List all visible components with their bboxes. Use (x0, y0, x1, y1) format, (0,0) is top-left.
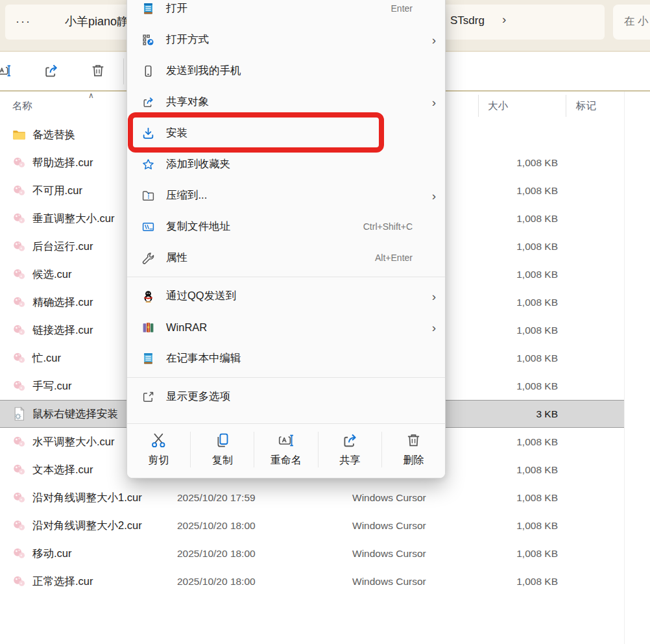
menu-item-shortcut: Alt+Enter (375, 253, 413, 263)
file-name: 正常选择.cur (32, 575, 177, 589)
menu-item-edit-in-notepad[interactable]: 在记事本中编辑 (127, 343, 445, 374)
menu-item-label: 压缩到... (166, 188, 413, 203)
file-size: 1,008 KB (469, 436, 558, 448)
menu-item-label: 添加到收藏夹 (166, 157, 413, 171)
quick-action-label: 重命名 (271, 454, 302, 467)
menu-item-share[interactable]: 共享对象› (127, 86, 445, 118)
menu-item-label: 复制文件地址 (166, 219, 363, 234)
file-row[interactable]: 沿对角线调整大小2.cur2025/10/20 18:00Windows Cur… (0, 512, 624, 539)
folder-icon (12, 127, 27, 142)
file-size: 1,008 KB (469, 548, 558, 560)
open-with-icon (141, 33, 155, 47)
star-icon (141, 158, 155, 171)
menu-item-send-to-phone[interactable]: 发送到我的手机 (127, 55, 445, 86)
search-input[interactable]: 在 小 (613, 5, 650, 40)
file-size: 1,008 KB (469, 353, 558, 364)
rename-icon (278, 432, 295, 449)
quick-action-copy[interactable]: 复制 (190, 432, 254, 467)
menu-item-label: 打开 (166, 1, 391, 16)
file-size: 1,008 KB (469, 464, 558, 476)
column-header-name[interactable]: 名称 (12, 99, 32, 113)
wrench-icon (141, 251, 155, 265)
phone-icon (141, 64, 155, 78)
chevron-right-icon: › (414, 34, 436, 46)
share-icon (341, 432, 359, 449)
notepad-icon (141, 2, 155, 16)
file-name: 移动.cur (32, 547, 177, 561)
menu-item-label: 发送到我的手机 (166, 64, 413, 78)
menu-item-winrar[interactable]: WinRAR› (127, 312, 445, 343)
file-size: 1,008 KB (469, 213, 558, 225)
menu-item-label: WinRAR (166, 321, 413, 334)
quick-action-label: 共享 (339, 454, 360, 467)
share-icon (141, 95, 155, 109)
cursor-file-icon (12, 546, 27, 561)
file-size: 1,008 KB (469, 297, 558, 308)
menu-item-copy-file-path[interactable]: 复制文件地址Ctrl+Shift+C (127, 211, 445, 242)
chevron-right-icon: › (414, 190, 436, 202)
menu-separator (127, 277, 445, 277)
inf-file-icon (12, 406, 27, 421)
quick-action-label: 复制 (212, 454, 233, 467)
delete-icon (405, 432, 422, 449)
column-header-size[interactable]: 大小 (488, 99, 508, 113)
column-header-tags[interactable]: 标记 (576, 99, 596, 113)
file-type: Windows Cursor (352, 548, 469, 560)
file-row[interactable]: 沿对角线调整大小1.cur2025/10/20 17:59Windows Cur… (0, 484, 624, 512)
menu-item-open[interactable]: 打开Enter (127, 0, 445, 24)
copy-path-icon (141, 220, 155, 234)
context-menu: 打开Enter打开方式›发送到我的手机共享对象›安装添加到收藏夹压缩到...›复… (126, 0, 446, 478)
rename-icon[interactable] (0, 62, 12, 79)
file-row[interactable]: 正常选择.cur2025/10/20 18:00Windows Cursor1,… (0, 567, 624, 595)
file-type: Windows Cursor (352, 576, 469, 588)
cursor-file-icon (12, 183, 27, 198)
menu-item-add-to-favorites[interactable]: 添加到收藏夹 (127, 149, 445, 180)
notepad-edit-icon (141, 352, 155, 365)
cursor-file-icon (12, 211, 27, 226)
file-size: 1,008 KB (469, 325, 558, 336)
menu-item-label: 通过QQ发送到 (166, 289, 413, 303)
sort-ascending-icon: ∧ (88, 91, 94, 100)
share-icon[interactable] (43, 62, 60, 79)
quick-action-label: 删除 (403, 454, 424, 467)
chevron-right-icon: › (414, 96, 436, 108)
file-size: 1,008 KB (469, 269, 558, 280)
menu-item-shortcut: Ctrl+Shift+C (363, 221, 413, 232)
menu-item-send-via-qq[interactable]: 通过QQ发送到› (127, 280, 445, 312)
breadcrumb-overflow-button[interactable]: ··· (16, 15, 31, 29)
file-row[interactable]: 移动.cur2025/10/20 18:00Windows Cursor1,00… (0, 539, 624, 567)
file-size: 1,008 KB (469, 576, 558, 588)
menu-item-install[interactable]: 安装 (127, 118, 445, 149)
file-type: Windows Cursor (352, 520, 469, 532)
menu-item-properties[interactable]: 属性Alt+Enter (127, 242, 445, 273)
file-date: 2025/10/20 18:00 (177, 576, 352, 588)
menu-item-label: 在记事本中编辑 (166, 351, 413, 365)
quick-action-rename[interactable]: 重命名 (254, 432, 317, 467)
menu-item-label: 安装 (166, 126, 413, 140)
quick-action-cut[interactable]: 剪切 (127, 432, 190, 467)
file-date: 2025/10/20 18:00 (177, 520, 352, 532)
breadcrumb-item-subfolder[interactable]: STsdrg (450, 14, 485, 27)
column-separator[interactable] (478, 95, 479, 117)
cursor-file-icon (12, 490, 27, 505)
context-menu-items: 打开Enter打开方式›发送到我的手机共享对象›安装添加到收藏夹压缩到...›复… (127, 0, 445, 412)
file-name: 沿对角线调整大小2.cur (32, 519, 177, 533)
menu-item-label: 显示更多选项 (166, 390, 413, 404)
cursor-file-icon (12, 518, 27, 533)
quick-action-share[interactable]: 共享 (318, 432, 381, 467)
file-size: 1,008 KB (469, 380, 558, 392)
chevron-right-icon: › (414, 321, 436, 334)
zip-folder-icon (141, 189, 155, 203)
quick-action-delete[interactable]: 删除 (381, 432, 445, 467)
menu-item-compress-to[interactable]: 压缩到...› (127, 180, 445, 211)
menu-item-open-with[interactable]: 打开方式› (127, 24, 445, 55)
delete-icon[interactable] (90, 62, 106, 79)
file-size: 1,008 KB (469, 492, 558, 504)
menu-item-show-more-options[interactable]: 显示更多选项 (127, 381, 445, 412)
quick-actions-row: 剪切复制重命名共享删除 (127, 423, 445, 478)
chevron-right-icon: › (414, 290, 436, 303)
copy-icon (213, 432, 231, 449)
column-separator[interactable] (566, 95, 566, 117)
winrar-icon (141, 321, 155, 334)
menu-item-shortcut: Enter (391, 3, 413, 14)
